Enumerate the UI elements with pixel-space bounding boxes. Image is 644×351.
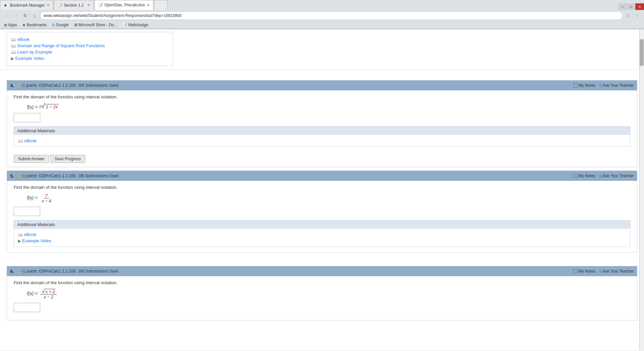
problem-5-ebook-link[interactable]: eBook [24, 232, 37, 237]
problem-4-number: 4. [10, 83, 14, 88]
problem-5-number: 5. [10, 174, 14, 178]
address-bar-input[interactable] [40, 11, 623, 20]
bookmark-webassign[interactable]: 📝 WebAssign [121, 22, 149, 28]
tab-close-section[interactable]: ✕ [87, 3, 90, 7]
window-minimize-button[interactable]: ─ [618, 3, 627, 10]
problem-5-video-link[interactable]: Example Video [22, 238, 51, 243]
problem-5-additional-materials: Additional Materials 📖 eBook ▶ Example V… [14, 220, 630, 247]
menu-button[interactable]: ⋮ [633, 12, 641, 20]
bookmark-google-label: Google [56, 23, 69, 27]
window-restore-button[interactable]: □ [627, 3, 635, 10]
problem-5-code: OSPreCalc1 1.2.106. [39, 174, 77, 178]
resource-domain-range: 📖 Domain and Range of Square Root Functi… [11, 43, 169, 49]
problem-6-header: 6. ⊕ −1 points OSPreCalc1 1.2.108. 0/6 S… [7, 266, 637, 276]
problem-4-code: OSPreCalc1 1.2.104. [39, 83, 77, 88]
ask-teacher-icon-4: ⊕ [599, 83, 603, 88]
problem-6-my-notes-button[interactable]: My Notes [573, 269, 595, 274]
tab-new[interactable] [154, 0, 167, 10]
learn-by-example-link[interactable]: 📖 Learn by Example [11, 50, 169, 55]
browser-chrome: ★ Bookmark Manager ✕ 📝 Section 1.2 ✕ 📝 O… [0, 0, 644, 29]
tabs-left: ★ Bookmark Manager ✕ 📝 Section 1.2 ✕ 📝 O… [0, 0, 168, 10]
problem-5-materials-body: 📖 eBook ▶ Example Video [14, 229, 630, 247]
bookmark-bookmarks[interactable]: ★ Bookmarks [21, 22, 48, 28]
problem-4-points-icon: ⊕ [17, 83, 21, 88]
bookmark-microsoft-label: Microsoft Store - Do... [79, 23, 117, 27]
problem-5-submissions: 0/6 Submissions Used [79, 174, 118, 178]
problem-5-answer-input[interactable] [14, 207, 40, 216]
problem-4-formula: f(x) = 3√1 − 2x [27, 103, 630, 110]
problem-4-points: −1 points [21, 83, 37, 88]
bookmark-microsoft[interactable]: ⊞ Microsoft Store - Do... [73, 22, 119, 28]
problem-5-body: Find the domain of the function using in… [7, 181, 637, 252]
problem-4-save-button[interactable]: Save Progress [50, 155, 85, 163]
tab-bookmark-manager[interactable]: ★ Bookmark Manager ✕ [0, 0, 53, 10]
problem-4-instruction: Find the domain of the function using in… [14, 94, 630, 99]
problem-6-instruction: Find the domain of the function using in… [14, 280, 630, 285]
problem-6-answer-input[interactable] [14, 303, 40, 312]
problem-6-body: Find the domain of the function using in… [7, 276, 637, 320]
problem-4-ebook-link[interactable]: eBook [24, 138, 37, 143]
bookmark-google[interactable]: G Google [51, 22, 70, 28]
ask-teacher-icon-6: ⊕ [599, 269, 603, 274]
problem-6-ask-teacher-button[interactable]: Ask Your Teacher [603, 269, 634, 274]
problem-5-materials-header: Additional Materials [14, 220, 630, 229]
notes-checkbox-4 [573, 83, 577, 87]
home-button[interactable]: ⌂ [31, 12, 39, 20]
example-video-top-link[interactable]: ▶ Example Video [11, 56, 169, 61]
scrollbar-track [639, 29, 644, 350]
problem-5-points-icon: ⊕ [17, 173, 21, 178]
resource-example-video-top: ▶ Example Video [11, 55, 169, 61]
problem-4-answer-input[interactable] [14, 113, 40, 122]
problem-4-submit-button[interactable]: Submit Answer [14, 155, 49, 163]
microsoft-icon: ⊞ [74, 23, 78, 27]
problem-4-submit-row: Submit Answer Save Progress [7, 152, 637, 167]
notes-checkbox-5 [573, 174, 577, 178]
problem-6-container: 6. ⊕ −1 points OSPreCalc1 1.2.108. 0/6 S… [7, 266, 637, 320]
problem-4-materials-body: 📖 eBook [14, 135, 630, 147]
problem-4-additional-materials: Additional Materials 📖 eBook [14, 126, 630, 147]
problem-4-materials-header: Additional Materials [14, 127, 630, 135]
page-content: 📖 eBook 📖 Domain and Range of Square Roo… [0, 29, 644, 350]
problem-6-points: −1 points [21, 269, 37, 274]
domain-range-link[interactable]: 📖 Domain and Range of Square Root Functi… [11, 43, 169, 48]
notes-checkbox-6 [573, 269, 577, 273]
forward-button[interactable]: → [12, 12, 20, 20]
problem-5-notes-label: My Notes [578, 174, 595, 178]
tab-openstax[interactable]: 📝 OpenStax, Precalculus ✕ [94, 0, 153, 10]
back-button[interactable]: ← [3, 12, 11, 20]
problem-6-formula: f(x) = √x + 2 x − 2 [27, 289, 630, 299]
problem-5-ask-teacher-button[interactable]: Ask Your Teacher [603, 174, 634, 178]
problem-6-submissions: 0/6 Submissions Used [79, 269, 118, 274]
problem-4-ebook-label: eBook [24, 138, 37, 143]
learn-by-example-label: Learn by Example [17, 50, 52, 55]
tab-close-bookmark[interactable]: ✕ [47, 3, 50, 7]
problem-6-number: 6. [10, 269, 14, 274]
ebook-top-link[interactable]: 📖 eBook [11, 37, 169, 42]
bookmark-apps[interactable]: ⊞ Apps [3, 22, 18, 28]
problem-5-ask-teacher-label: Ask Your Teacher [603, 174, 634, 178]
problem-4-ask-teacher-button[interactable]: Ask Your Teacher [603, 83, 634, 88]
tab-favicon-openstax: 📝 [98, 3, 103, 7]
top-resources-section: 📖 eBook 📖 Domain and Range of Square Roo… [0, 29, 644, 70]
tab-bar-wrapper: ★ Bookmark Manager ✕ 📝 Section 1.2 ✕ 📝 O… [0, 0, 644, 10]
bookmark-star-icon: ★ [22, 23, 26, 27]
p5-book-icon: 📖 [18, 232, 23, 237]
resource-learn-by-example: 📖 Learn by Example [11, 49, 169, 55]
tab-favicon-bookmark: ★ [4, 3, 8, 8]
problem-5-my-notes-button[interactable]: My Notes [573, 174, 595, 178]
ask-teacher-icon-5: ⊕ [599, 173, 603, 178]
bookmark-webassign-label: WebAssign [128, 23, 148, 27]
window-close-button[interactable]: ✕ [635, 3, 644, 10]
tab-title-openstax: OpenStax, Precalculus [104, 3, 145, 7]
tab-section[interactable]: 📝 Section 1.2 ✕ [54, 0, 94, 10]
domain-range-label: Domain and Range of Square Root Function… [17, 43, 105, 48]
refresh-button[interactable]: ↻ [21, 12, 29, 20]
scrollbar-thumb[interactable] [640, 39, 644, 66]
tab-close-openstax[interactable]: ✕ [147, 3, 150, 7]
problem-5-header: 5. ⊕ −1 points OSPreCalc1 1.2.106. 0/6 S… [7, 171, 637, 181]
problem-4-my-notes-button[interactable]: My Notes [573, 83, 595, 88]
problem-5-ebook-row: 📖 eBook [18, 231, 626, 238]
problem-4-header: 4. ⊕ −1 points OSPreCalc1 1.2.104. 0/6 S… [7, 80, 637, 90]
bookmark-star-button[interactable]: ☆ [624, 12, 632, 20]
problem-4-ask-teacher-label: Ask Your Teacher [603, 83, 634, 88]
